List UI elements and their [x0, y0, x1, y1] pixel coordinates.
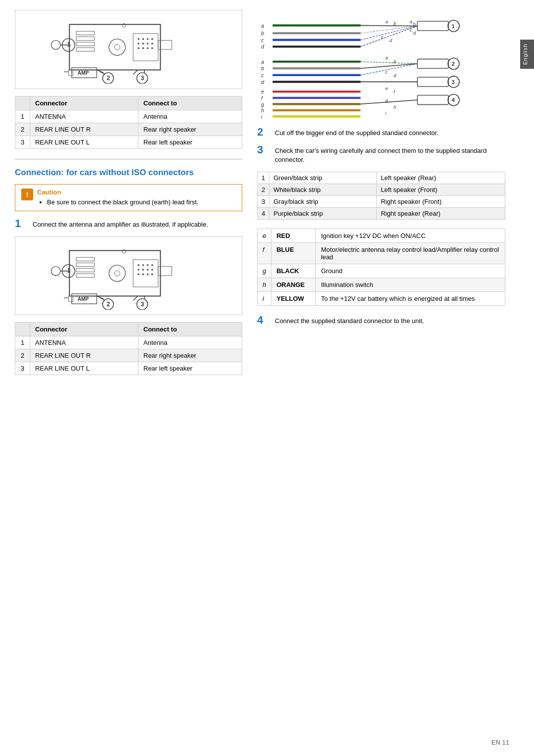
svg-line-118 [360, 26, 417, 33]
svg-rect-39 [76, 258, 94, 261]
table-row: 3 REAR LINE OUT L Rear left speaker [15, 136, 242, 149]
col-num-header [15, 96, 30, 110]
svg-point-9 [142, 38, 144, 40]
svg-text:h: h [394, 104, 396, 110]
svg-line-105 [360, 25, 417, 26]
svg-line-37 [99, 71, 105, 74]
svg-point-8 [137, 38, 139, 40]
svg-text:d: d [261, 80, 265, 85]
svg-text:AMP: AMP [78, 296, 89, 302]
svg-text:a: a [261, 23, 264, 29]
step-3: 3 Check the car's wiring carefully and c… [257, 144, 505, 164]
svg-line-122 [360, 64, 417, 75]
row-num: 1 [15, 110, 30, 123]
svg-point-46 [137, 264, 139, 266]
caution-title: Caution [37, 189, 198, 196]
row-strip: Gray/black strip [269, 195, 377, 207]
speaker-table: 1 Green/black strip Left speaker (Rear) … [257, 172, 505, 220]
row-letter: e [258, 229, 271, 242]
col-num-header-b [15, 323, 30, 336]
svg-text:a: a [385, 55, 388, 60]
row-connector: ANTENNA [30, 110, 138, 123]
section-divider [15, 159, 242, 159]
row-color: RED [271, 229, 316, 242]
row-color: ORANGE [271, 278, 316, 291]
svg-rect-106 [417, 59, 448, 68]
svg-text:3: 3 [141, 75, 144, 82]
svg-text:2: 2 [451, 61, 454, 67]
svg-point-19 [151, 47, 153, 49]
svg-text:b: b [261, 31, 264, 36]
svg-rect-32 [69, 70, 73, 75]
svg-text:d: d [261, 44, 265, 49]
col-connect-to-header-b: Connect to [138, 323, 242, 336]
row-description: Ignition key +12V DC when ON/ACC [316, 229, 505, 242]
svg-point-52 [147, 269, 149, 271]
step-1-number: 1 [15, 218, 27, 229]
page-number: EN 11 [491, 739, 509, 746]
svg-rect-41 [76, 269, 94, 272]
svg-point-51 [142, 269, 144, 271]
svg-point-44 [114, 271, 120, 276]
bottom-diagram: 1 3 AMP 2 [15, 236, 242, 315]
step-3-text: Check the car's wiring carefully and con… [275, 144, 505, 164]
caution-item-1: Be sure to connect the black ground (ear… [47, 198, 198, 207]
row-strip: Purple/black strip [269, 207, 377, 219]
row-num: 1 [258, 172, 269, 184]
row-speaker: Left speaker (Front) [377, 184, 505, 195]
row-connector: REAR LINE OUT R [30, 123, 138, 136]
caution-content: Caution Be sure to connect the black gro… [37, 189, 198, 207]
row-letter: g [258, 264, 271, 278]
svg-rect-7 [133, 34, 158, 61]
svg-text:a: a [410, 19, 412, 24]
svg-rect-45 [133, 260, 158, 287]
svg-text:AMP: AMP [78, 70, 89, 76]
row-letter: i [258, 291, 271, 305]
right-column: a b c d a b c [252, 10, 505, 741]
table-row: 1 Green/black strip Left speaker (Rear) [258, 172, 505, 184]
svg-text:e: e [261, 89, 264, 94]
table-row: 1 ANTENNA Antenna [15, 110, 242, 123]
svg-text:c: c [385, 69, 388, 75]
svg-point-50 [137, 269, 139, 271]
svg-text:c: c [410, 27, 412, 33]
row-num: 2 [15, 349, 30, 362]
wiring-diagram: a b c d a b c [257, 10, 505, 119]
svg-rect-42 [76, 274, 94, 278]
row-connect-to: Rear left speaker [138, 136, 242, 149]
table-row: 2 REAR LINE OUT R Rear right speaker [15, 123, 242, 136]
svg-point-6 [114, 45, 120, 50]
row-num: 2 [258, 184, 269, 195]
step-1-text: Connect the antenna and amplifier as ill… [33, 218, 208, 229]
row-connect-to: Rear left speaker [138, 362, 242, 375]
row-num: 3 [15, 136, 30, 149]
svg-rect-40 [76, 263, 94, 267]
row-color: BLACK [271, 264, 316, 278]
svg-text:3: 3 [451, 79, 454, 85]
table-row: f BLUE Motor/electric antenna relay cont… [258, 242, 505, 264]
top-connector-table: Connector Connect to 1 ANTENNA Antenna 2… [15, 96, 242, 149]
svg-line-109 [360, 64, 417, 68]
step-4-text: Connect the supplied standard connector … [275, 315, 424, 326]
svg-point-5 [109, 39, 125, 55]
svg-text:1: 1 [451, 23, 455, 29]
step-2-text: Cut off the bigger end of the supplied s… [275, 127, 439, 138]
row-description: Illumination switch [316, 278, 505, 291]
row-connector: REAR LINE OUT L [30, 136, 138, 149]
row-description: Ground [316, 264, 505, 278]
svg-text:4: 4 [451, 97, 455, 103]
svg-rect-4 [76, 47, 94, 51]
svg-text:h: h [261, 108, 264, 113]
step-2-number: 2 [257, 127, 269, 138]
row-description: Motor/electric antenna relay control lea… [316, 242, 505, 264]
row-speaker: Left speaker (Rear) [377, 172, 505, 184]
svg-text:f: f [261, 95, 263, 101]
svg-rect-102 [417, 21, 448, 31]
table-row: h ORANGE Illumination switch [258, 278, 505, 291]
table-row: g BLACK Ground [258, 264, 505, 278]
svg-point-53 [151, 269, 153, 271]
svg-point-11 [151, 38, 153, 40]
svg-text:e: e [385, 86, 388, 91]
top-diagram: 1 3 AMP [15, 10, 242, 89]
left-column: 1 3 AMP [15, 10, 252, 741]
